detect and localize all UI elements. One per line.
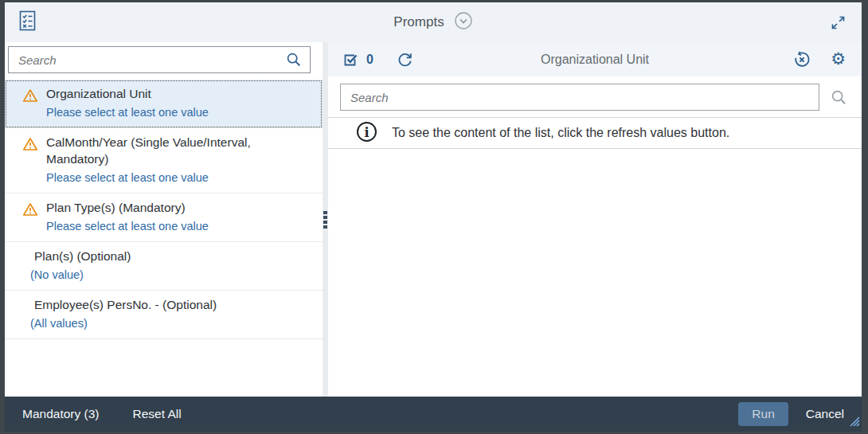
prompt-list-panel: Organizational Unit Please select at lea… (5, 42, 323, 397)
value-search-box (340, 84, 819, 111)
prompt-list: Organizational Unit Please select at lea… (5, 80, 323, 397)
resize-grip-icon[interactable] (849, 416, 860, 430)
prompt-item-organizational-unit[interactable]: Organizational Unit Please select at lea… (5, 80, 323, 128)
value-search-input[interactable] (349, 90, 811, 105)
drag-grip-icon[interactable] (323, 211, 327, 229)
warning-triangle-icon (22, 202, 38, 220)
search-icon[interactable] (286, 52, 302, 68)
dialog-title: Prompts (393, 14, 444, 30)
info-circle-icon: i (356, 121, 377, 146)
mandatory-filter-button[interactable]: Mandatory (3) (21, 404, 100, 424)
value-list-empty-area (328, 149, 862, 397)
prompt-item-title: CalMonth/Year (Single Value/Interval, Ma… (46, 134, 308, 167)
expand-icon[interactable] (829, 14, 847, 32)
search-icon[interactable] (831, 89, 847, 106)
prompt-item-status: Please select at least one value (46, 218, 308, 234)
checkbox-checked-icon[interactable] (342, 51, 360, 68)
prompt-item-calmonth-year[interactable]: CalMonth/Year (Single Value/Interval, Ma… (5, 128, 323, 194)
reset-all-button[interactable]: Reset All (131, 404, 182, 424)
value-panel: 0 Organizational Unit (328, 42, 862, 397)
value-toolbar: 0 Organizational Unit (328, 42, 862, 76)
warning-triangle-icon (22, 88, 38, 106)
gear-icon[interactable]: ⚙ (831, 51, 846, 68)
dialog-body: Organizational Unit Please select at lea… (5, 42, 862, 397)
prompt-item-title: Employee(s) PersNo. - (Optional) (34, 296, 308, 313)
cancel-button[interactable]: Cancel (804, 404, 846, 424)
dialog-footer: Mandatory (3) Reset All Run Cancel (5, 397, 862, 432)
prompt-search-box (8, 46, 311, 73)
prompt-search-input[interactable] (17, 53, 286, 68)
info-message: To see the content of the list, click th… (392, 126, 729, 140)
prompt-item-status: Please select at least one value (46, 104, 308, 120)
chevron-down-circle-icon[interactable] (454, 11, 473, 33)
prompts-dialog: Prompts (5, 2, 862, 432)
selected-count: 0 (366, 53, 373, 67)
dialog-header: Prompts (5, 2, 862, 42)
prompt-item-status: (All values) (30, 315, 308, 331)
clear-history-icon[interactable] (792, 50, 811, 69)
prompt-item-plans[interactable]: Plan(s) (Optional) (No value) (5, 242, 323, 291)
svg-text:i: i (364, 124, 369, 139)
prompt-list-icon (18, 9, 37, 36)
prompt-item-title: Plan Type(s) (Mandatory) (46, 199, 308, 216)
prompt-item-status: (No value) (30, 267, 308, 283)
panel-splitter[interactable] (323, 42, 328, 397)
prompt-item-title: Organizational Unit (46, 85, 308, 102)
warning-triangle-icon (22, 137, 38, 154)
refresh-icon[interactable] (396, 50, 414, 68)
info-strip: i To see the content of the list, click … (328, 117, 862, 149)
prompt-item-status: Please select at least one value (46, 170, 308, 186)
prompt-item-employees[interactable]: Employee(s) PersNo. - (Optional) (All va… (5, 291, 323, 339)
run-button[interactable]: Run (738, 402, 788, 426)
prompt-item-plan-type[interactable]: Plan Type(s) (Mandatory) Please select a… (5, 194, 323, 242)
prompt-item-title: Plan(s) (Optional) (34, 248, 308, 264)
